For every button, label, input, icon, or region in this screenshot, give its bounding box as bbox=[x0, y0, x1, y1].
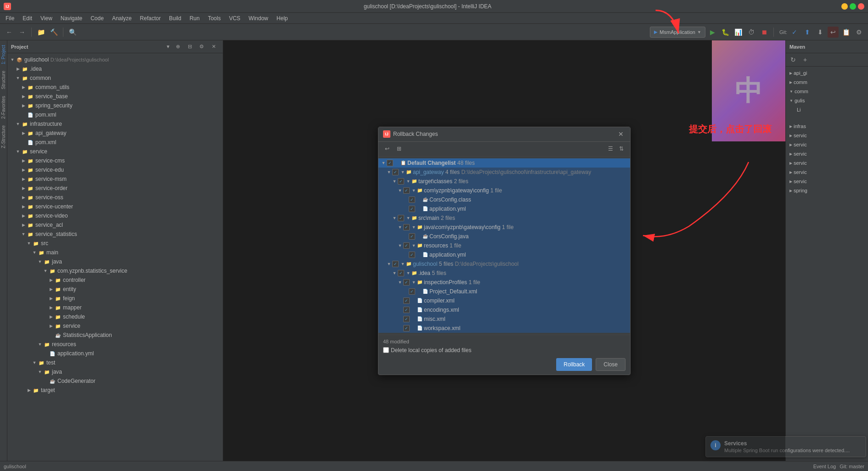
cl-item-inspection-profiles[interactable]: ▼ ✓ ▼ 📁 inspectionProfiles 1 file bbox=[378, 278, 630, 287]
cl-item-application-yml-1[interactable]: ▶ ✓ ▶ 📄 application.yml bbox=[378, 204, 630, 213]
tree-item-feign[interactable]: ▶ 📁 feign bbox=[7, 294, 223, 303]
tree-item-service-acl[interactable]: ▶ 📁 service_acl bbox=[7, 220, 223, 230]
maven-item-infra[interactable]: ▶ infras bbox=[786, 122, 868, 131]
menu-edit[interactable]: Edit bbox=[19, 14, 36, 22]
cl-checkbox-cors-java[interactable]: ✓ bbox=[409, 233, 415, 240]
tree-item-gulischool[interactable]: ▼ 📦 gulischool D:\IdeaProjects\gulischoo… bbox=[7, 55, 223, 64]
cl-checkbox-src-main[interactable]: ✓ bbox=[398, 215, 404, 221]
cl-item-idea[interactable]: ▼ ✓ ▼ 📁 .idea 5 files bbox=[378, 269, 630, 278]
cl-checkbox-resources[interactable]: ✓ bbox=[403, 242, 410, 249]
tree-item-infrastructure[interactable]: ▼ 📁 infrastructure bbox=[7, 119, 223, 129]
menu-file[interactable]: File bbox=[2, 14, 18, 22]
cl-checkbox-idea[interactable]: ✓ bbox=[398, 270, 404, 276]
dialog-btn-group[interactable]: ⊞ bbox=[394, 144, 404, 154]
cl-item-default-changelist[interactable]: ▼ ✓ 📋 Default Changelist 48 files bbox=[378, 158, 630, 168]
cl-checkbox-cors-class[interactable]: ✓ bbox=[409, 196, 415, 203]
maven-item-spring[interactable]: ▶ spring bbox=[786, 186, 868, 195]
tree-item-idea[interactable]: ▶ 📁 .idea bbox=[7, 64, 223, 73]
cl-checkbox-project-default[interactable]: ✓ bbox=[409, 288, 415, 295]
tree-item-package[interactable]: ▼ 📁 com.yzpnb.statistics_service bbox=[7, 266, 223, 275]
git-rollback-btn[interactable]: ↩ bbox=[828, 27, 839, 38]
menu-window[interactable]: Window bbox=[245, 14, 272, 22]
git-push-btn[interactable]: ⬆ bbox=[802, 27, 813, 38]
cl-item-application-yml-2[interactable]: ▶ ✓ ▶ 📄 application.yml bbox=[378, 250, 630, 259]
panel-sync-btn[interactable]: ⊕ bbox=[172, 41, 183, 52]
tree-item-service[interactable]: ▼ 📁 service bbox=[7, 147, 223, 156]
debug-btn[interactable]: 🐛 bbox=[720, 27, 731, 38]
maven-item-servi2[interactable]: ▶ servic bbox=[786, 140, 868, 149]
tree-item-spring-security[interactable]: ▶ 📁 spring_security bbox=[7, 101, 223, 110]
git-history-btn[interactable]: 📋 bbox=[840, 27, 851, 38]
menu-navigate[interactable]: Navigate bbox=[57, 14, 86, 22]
cl-item-java-path[interactable]: ▼ ✓ ▼ 📁 java\com\yzpnb\gateway\config 1 … bbox=[378, 223, 630, 232]
maven-item-servi4[interactable]: ▶ servic bbox=[786, 158, 868, 168]
cl-checkbox-gulischool[interactable]: ✓ bbox=[392, 261, 399, 267]
close-btn[interactable] bbox=[858, 3, 864, 10]
tree-item-service-base[interactable]: ▶ 📁 service_base bbox=[7, 92, 223, 101]
cl-item-src-main[interactable]: ▼ ✓ ▼ 📁 src\main 2 files bbox=[378, 213, 630, 223]
tree-item-test-java[interactable]: ▼ 📁 java bbox=[7, 367, 223, 376]
maven-item-servi3[interactable]: ▶ servic bbox=[786, 149, 868, 158]
cl-checkbox-changelist[interactable]: ✓ bbox=[387, 160, 393, 166]
tree-item-test[interactable]: ▼ 📁 test bbox=[7, 358, 223, 367]
cl-checkbox-target-classes[interactable]: ✓ bbox=[398, 178, 404, 185]
menu-vcs[interactable]: VCS bbox=[225, 14, 244, 22]
project-dropdown-icon[interactable]: ▼ bbox=[166, 44, 170, 49]
panel-collapse-btn[interactable]: ⊟ bbox=[184, 41, 195, 52]
tree-item-src[interactable]: ▼ 📁 src bbox=[7, 239, 223, 248]
panel-settings-btn[interactable]: ⚙ bbox=[196, 41, 207, 52]
maximize-btn[interactable] bbox=[850, 3, 856, 10]
cl-item-target-classes[interactable]: ▼ ✓ ▼ 📁 target\classes 2 files bbox=[378, 177, 630, 186]
tree-item-service-statistics[interactable]: ▼ 📁 service_statistics bbox=[7, 230, 223, 239]
maven-item-comm1[interactable]: ▶ comm bbox=[786, 78, 868, 87]
dialog-btn-sort[interactable]: ⇅ bbox=[616, 144, 626, 154]
sidebar-tab-structure[interactable]: Structure bbox=[0, 68, 7, 92]
cl-checkbox-compiler[interactable]: ✓ bbox=[403, 297, 410, 304]
cl-checkbox-yml-1[interactable]: ✓ bbox=[409, 206, 415, 212]
menu-refactor[interactable]: Refactor bbox=[136, 14, 164, 22]
delete-local-checkbox[interactable] bbox=[383, 347, 389, 353]
tree-item-infra-pom[interactable]: ▶ 📄 pom.xml bbox=[7, 138, 223, 147]
cl-item-compiler-xml[interactable]: ▶ ✓ ▶ 📄 compiler.xml bbox=[378, 296, 630, 305]
run-btn[interactable]: ▶ bbox=[707, 27, 718, 38]
cl-checkbox-workspace[interactable]: ✓ bbox=[403, 325, 410, 331]
tree-item-statistics-app[interactable]: ▶ ☕ StatisticsApplication bbox=[7, 331, 223, 340]
profile-btn[interactable]: ⏱ bbox=[746, 27, 757, 38]
cl-item-misc-xml[interactable]: ▶ ✓ ▶ 📄 misc.xml bbox=[378, 314, 630, 324]
tree-item-common[interactable]: ▼ 📁 common bbox=[7, 73, 223, 83]
cl-checkbox-api-gateway[interactable]: ✓ bbox=[392, 169, 399, 175]
cl-item-cors-config-class[interactable]: ▶ ✓ ▶ ☕ CorsConfig.class bbox=[378, 195, 630, 204]
menu-tools[interactable]: Tools bbox=[204, 14, 225, 22]
menu-code[interactable]: Code bbox=[87, 14, 107, 22]
sidebar-tab-project[interactable]: 1: Project bbox=[0, 42, 7, 67]
tree-item-app-yml[interactable]: ▶ 📄 application.yml bbox=[7, 349, 223, 358]
menu-help[interactable]: Help bbox=[273, 14, 292, 22]
run-config-selector[interactable]: ▶ MsmApplication ▼ bbox=[650, 27, 705, 38]
menu-run[interactable]: Run bbox=[186, 14, 203, 22]
dialog-btn-filter[interactable]: ☰ bbox=[605, 144, 615, 154]
cl-checkbox-com-path[interactable]: ✓ bbox=[403, 187, 410, 194]
cl-checkbox-encodings[interactable]: ✓ bbox=[403, 307, 410, 313]
tree-item-common-pom[interactable]: ▶ 📄 pom.xml bbox=[7, 110, 223, 119]
maven-refresh-btn[interactable]: ↻ bbox=[788, 54, 799, 65]
tree-item-service-cms[interactable]: ▶ 📁 service-cms bbox=[7, 156, 223, 165]
tree-item-service-video[interactable]: ▶ 📁 service-video bbox=[7, 211, 223, 220]
dialog-btn-expand[interactable]: ↩ bbox=[382, 144, 392, 154]
cl-checkbox-inspection[interactable]: ✓ bbox=[403, 279, 410, 286]
tree-item-resources[interactable]: ▼ 📁 resources bbox=[7, 340, 223, 349]
tree-item-code-generator[interactable]: ▶ ☕ CodeGenerator bbox=[7, 376, 223, 386]
tree-item-schedule[interactable]: ▶ 📁 schedule bbox=[7, 312, 223, 321]
tree-item-api-gateway[interactable]: ▶ 📁 api_gateway bbox=[7, 129, 223, 138]
menu-build[interactable]: Build bbox=[165, 14, 185, 22]
build-btn[interactable]: 🔨 bbox=[48, 27, 59, 38]
cl-checkbox-java-path[interactable]: ✓ bbox=[403, 224, 410, 230]
rollback-button[interactable]: Rollback bbox=[556, 358, 592, 371]
cl-item-encodings-xml[interactable]: ▶ ✓ ▶ 📄 encodings.xml bbox=[378, 305, 630, 314]
cl-item-resources[interactable]: ▼ ✓ ▼ 📁 resources 1 file bbox=[378, 241, 630, 250]
forward-btn[interactable]: → bbox=[17, 27, 28, 38]
tree-item-target[interactable]: ▶ 📁 target bbox=[7, 386, 223, 395]
tree-item-entity[interactable]: ▶ 📁 entity bbox=[7, 285, 223, 294]
cl-item-api-gateway[interactable]: ▼ ✓ ▼ 📁 api_gateway 4 files D:\IdeaProje… bbox=[378, 168, 630, 177]
cl-checkbox-misc[interactable]: ✓ bbox=[403, 316, 410, 322]
tree-item-java[interactable]: ▼ 📁 java bbox=[7, 257, 223, 266]
